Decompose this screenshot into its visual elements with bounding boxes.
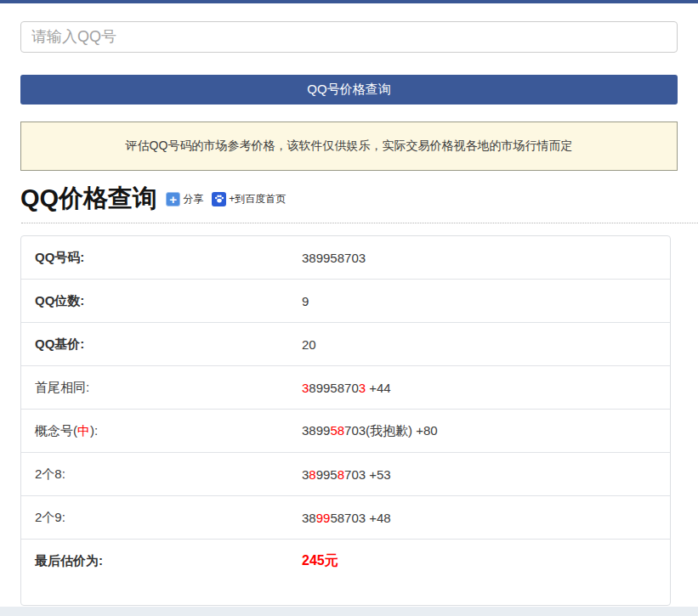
text-segment: 99 <box>316 511 331 525</box>
text-segment: 245元 <box>302 553 338 568</box>
row-label: QQ基价: <box>35 336 302 353</box>
text-segment: 2个9: <box>35 510 65 524</box>
text-segment: 703(我抱歉) +80 <box>344 423 438 438</box>
text-segment: 8995870 <box>309 381 358 395</box>
row-value: 389958703 +53 <box>302 467 656 482</box>
price-table: QQ号码:389958703QQ位数:9QQ基价:20首尾相同:38995870… <box>20 235 671 606</box>
row-label: QQ位数: <box>35 293 302 309</box>
table-row: QQ基价:20 <box>21 322 670 365</box>
table-row: 最后估价为:245元 <box>21 539 670 605</box>
text-segment: 58703 +48 <box>330 511 390 525</box>
baidu-home-button[interactable]: +到百度首页 <box>212 192 286 206</box>
text-segment: 首尾相同: <box>35 380 89 394</box>
text-segment: 3 <box>359 381 366 395</box>
text-segment: 703 +53 <box>344 467 391 482</box>
row-label: 2个8: <box>35 466 302 483</box>
page-title: QQ价格查询 <box>20 182 157 216</box>
text-segment: 概念号( <box>35 423 77 438</box>
query-price-button[interactable]: QQ号价格查询 <box>20 75 678 105</box>
table-row: 2个9:389958703 +48 <box>21 495 670 539</box>
text-segment: 995 <box>316 467 338 482</box>
row-label: 概念号(中): <box>35 423 302 439</box>
row-label: 最后估价为: <box>35 553 302 569</box>
text-segment: 8 <box>309 467 315 482</box>
qq-number-input[interactable] <box>20 21 678 53</box>
share-button[interactable]: + 分享 <box>166 192 203 206</box>
text-segment: 2个8: <box>35 466 65 481</box>
divider <box>21 223 698 223</box>
row-value: 389958703 <box>302 251 656 265</box>
text-segment: 389958703 <box>302 251 366 265</box>
text-segment: QQ号码: <box>35 250 84 264</box>
table-row: 2个8:389958703 +53 <box>21 452 670 495</box>
row-value: 20 <box>302 337 656 352</box>
text-segment: 最后估价为: <box>35 553 103 568</box>
footer-strip <box>0 607 698 616</box>
baidu-paw-icon <box>212 192 226 206</box>
text-segment: QQ基价: <box>35 336 84 351</box>
top-accent-bar <box>0 0 698 3</box>
row-label: 首尾相同: <box>35 380 302 396</box>
text-segment: QQ位数: <box>35 293 84 308</box>
main-content: QQ号价格查询 评估QQ号码的市场参考价格，该软件仅供娱乐，实际交易价格视各地的… <box>0 21 698 606</box>
table-row: QQ号码:389958703 <box>21 236 670 279</box>
row-value: 389958703 +48 <box>302 511 656 525</box>
table-row: 概念号(中):389958703(我抱歉) +80 <box>21 409 670 452</box>
share-plus-icon: + <box>166 192 180 206</box>
text-segment: ): <box>90 423 98 438</box>
row-value: 389958703(我抱歉) +80 <box>302 423 656 439</box>
text-segment: +44 <box>366 381 391 395</box>
row-label: 2个9: <box>35 510 302 526</box>
disclaimer-notice: 评估QQ号码的市场参考价格，该软件仅供娱乐，实际交易价格视各地的市场行情而定 <box>20 122 678 171</box>
text-segment: 20 <box>302 337 316 352</box>
text-segment: 38 <box>302 511 316 525</box>
text-segment: 3899 <box>302 423 330 438</box>
table-row: 首尾相同:389958703 +44 <box>21 365 670 409</box>
row-value: 389958703 +44 <box>302 381 656 395</box>
text-segment: 8 <box>338 467 344 482</box>
section-header: QQ价格查询 + 分享 <box>20 183 678 215</box>
baidu-home-label: +到百度首页 <box>229 192 286 206</box>
row-value: 9 <box>302 294 656 308</box>
text-segment: 9 <box>302 294 309 308</box>
disclaimer-text: 评估QQ号码的市场参考价格，该软件仅供娱乐，实际交易价格视各地的市场行情而定 <box>126 138 573 154</box>
share-label: 分享 <box>183 192 203 206</box>
row-value: 245元 <box>302 552 656 570</box>
table-row: QQ位数:9 <box>21 279 670 322</box>
text-segment: 中 <box>77 423 90 438</box>
text-segment: 58 <box>330 423 344 438</box>
row-label: QQ号码: <box>35 250 302 266</box>
page: QQ号价格查询 评估QQ号码的市场参考价格，该软件仅供娱乐，实际交易价格视各地的… <box>0 0 698 616</box>
